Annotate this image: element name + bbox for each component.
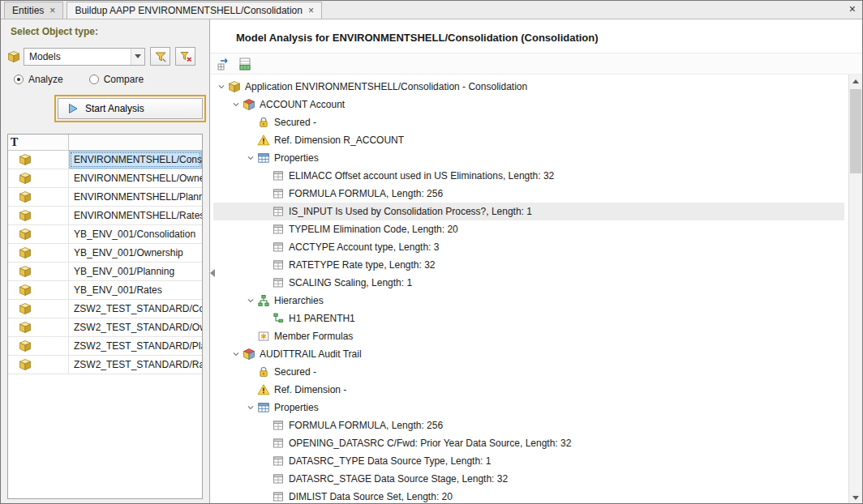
tree-row[interactable]: Ref. Dimension - bbox=[213, 381, 844, 399]
model-list-item[interactable]: ENVIRONMENTSHELL/Consolidation bbox=[8, 151, 202, 169]
analyze-radio[interactable]: Analyze bbox=[14, 74, 63, 85]
export-spreadsheet-button[interactable] bbox=[237, 56, 253, 72]
model-label[interactable]: YB_ENV_001/Consolidation bbox=[69, 225, 202, 243]
scroll-up-button[interactable] bbox=[849, 75, 862, 88]
compare-radio[interactable]: Compare bbox=[89, 74, 144, 85]
tab-entities[interactable]: Entities × bbox=[4, 2, 63, 19]
property-icon bbox=[272, 223, 285, 236]
model-label[interactable]: ZSW2_TEST_STANDARD/Consoli... bbox=[69, 300, 202, 318]
expander-spacer bbox=[259, 241, 272, 254]
model-label[interactable]: ZSW2_TEST_STANDARD/Owners... bbox=[69, 318, 202, 336]
analysis-panel: Model Analysis for ENVIRONMENTSHELL/Cons… bbox=[210, 19, 862, 504]
model-package-icon bbox=[19, 228, 32, 241]
expander-spacer bbox=[244, 116, 257, 129]
clear-filter-button[interactable] bbox=[175, 47, 195, 66]
model-list-item[interactable]: ZSW2_TEST_STANDARD/Consoli... bbox=[8, 300, 202, 318]
tree-row[interactable]: Member Formulas bbox=[213, 327, 844, 345]
tree-row[interactable]: Secured - bbox=[213, 113, 844, 131]
model-list-item[interactable]: ENVIRONMENTSHELL/Ownership bbox=[8, 169, 202, 188]
play-icon bbox=[67, 102, 79, 115]
model-list-item[interactable]: ZSW2_TEST_STANDARD/Rates bbox=[8, 356, 202, 374]
model-list-item[interactable]: ENVIRONMENTSHELL/Rates bbox=[8, 207, 202, 225]
object-type-dropdown[interactable]: Models bbox=[24, 48, 145, 66]
property-icon bbox=[272, 241, 285, 254]
tree-row[interactable]: DIMLIST Data Source Set, Length: 20 bbox=[213, 488, 844, 504]
tabstrip-close-icon[interactable]: × bbox=[849, 3, 856, 15]
tree-row[interactable]: ACCOUNT Account bbox=[213, 96, 844, 113]
property-icon bbox=[272, 169, 285, 182]
expander-chevron-down-icon[interactable] bbox=[244, 152, 257, 164]
model-label[interactable]: YB_ENV_001/Rates bbox=[69, 281, 202, 299]
radio-icon bbox=[89, 75, 99, 84]
model-label[interactable]: ZSW2_TEST_STANDARD/Planning bbox=[69, 337, 202, 355]
model-list-item[interactable]: YB_ENV_001/Consolidation bbox=[8, 225, 202, 244]
model-label[interactable]: YB_ENV_001/Planning bbox=[69, 263, 202, 280]
tree-row[interactable]: ACCTYPE Account type, Length: 3 bbox=[213, 238, 844, 256]
tree-row[interactable]: Properties bbox=[213, 149, 844, 167]
model-package-icon bbox=[19, 209, 32, 222]
transfer-results-button[interactable] bbox=[216, 56, 232, 72]
expander-spacer bbox=[244, 134, 257, 147]
tab-close-icon[interactable]: × bbox=[308, 6, 314, 15]
collapse-arrow-icon bbox=[210, 269, 215, 277]
tree-row[interactable]: OPENING_DATASRC C/Fwd: Prior Year Data S… bbox=[213, 434, 844, 452]
model-label[interactable]: ENVIRONMENTSHELL/Consolidation bbox=[69, 151, 202, 169]
model-package-icon bbox=[19, 172, 32, 185]
text-filter-header[interactable]: T bbox=[8, 135, 69, 150]
model-label[interactable]: ENVIRONMENTSHELL/Rates bbox=[69, 207, 202, 224]
tab-close-icon[interactable]: × bbox=[49, 6, 55, 15]
model-icon-cell bbox=[8, 207, 69, 224]
model-icon-cell bbox=[8, 169, 69, 187]
tree-row[interactable]: FORMULA FORMULA, Length: 256 bbox=[213, 185, 844, 203]
tree-row[interactable]: IS_INPUT Is Used by Consolidation Proces… bbox=[213, 203, 844, 220]
model-label[interactable]: ENVIRONMENTSHELL/Ownership bbox=[69, 169, 202, 187]
tab-buildup-analysis[interactable]: Buildup AAPP ENVIRONMENTSHELL/Consolidat… bbox=[67, 2, 322, 19]
tree-row[interactable]: Secured - bbox=[213, 363, 844, 381]
object-type-row: Models bbox=[7, 47, 203, 66]
scrollbar-thumb[interactable] bbox=[850, 89, 861, 173]
tree-row[interactable]: DATASRC_STAGE Data Source Stage, Length:… bbox=[213, 470, 844, 488]
model-label[interactable]: ENVIRONMENTSHELL/Planning bbox=[69, 188, 202, 206]
expander-chevron-down-icon[interactable] bbox=[244, 294, 257, 307]
tree-row[interactable]: RATETYPE Rate type, Length: 32 bbox=[213, 256, 844, 274]
tree-row[interactable]: TYPELIM Elimination Code, Length: 20 bbox=[213, 220, 844, 238]
tree-row[interactable]: Properties bbox=[213, 399, 844, 416]
model-icon-cell bbox=[8, 225, 69, 243]
model-list-item[interactable]: ZSW2_TEST_STANDARD/Owners... bbox=[8, 318, 202, 337]
expander-chevron-down-icon[interactable] bbox=[244, 401, 257, 414]
tree-row-label: ACCOUNT Account bbox=[260, 99, 345, 110]
filter-button[interactable] bbox=[150, 47, 170, 66]
tree-row[interactable]: Hierarchies bbox=[213, 292, 844, 310]
tree-row[interactable]: AUDITTRAIL Audit Trail bbox=[213, 345, 844, 363]
tree-row[interactable]: Application ENVIRONMENTSHELL/Consolidati… bbox=[213, 78, 844, 96]
model-label[interactable]: ZSW2_TEST_STANDARD/Rates bbox=[69, 356, 202, 374]
export-spreadsheet-icon bbox=[238, 57, 252, 71]
model-package-icon bbox=[228, 80, 241, 93]
tree-row[interactable]: H1 PARENTH1 bbox=[213, 310, 844, 327]
model-list-body: ENVIRONMENTSHELL/ConsolidationENVIRONMEN… bbox=[8, 151, 202, 374]
panel-collapse-handle[interactable] bbox=[209, 259, 215, 287]
scroll-down-button[interactable] bbox=[849, 491, 862, 504]
model-list-item[interactable]: ZSW2_TEST_STANDARD/Planning bbox=[8, 337, 202, 356]
filter-icon bbox=[154, 50, 167, 63]
chevron-down-icon[interactable] bbox=[131, 49, 144, 65]
tree-row[interactable]: ELIMACC Offset account used in US Elimin… bbox=[213, 167, 844, 185]
model-list-item[interactable]: ENVIRONMENTSHELL/Planning bbox=[8, 188, 202, 207]
expander-chevron-down-icon[interactable] bbox=[215, 80, 228, 93]
expander-spacer bbox=[244, 365, 257, 378]
tree-row[interactable]: SCALING Scaling, Length: 1 bbox=[213, 274, 844, 292]
tree-row[interactable]: DATASRC_TYPE Data Source Type, Length: 1 bbox=[213, 452, 844, 470]
expander-chevron-down-icon[interactable] bbox=[230, 98, 243, 111]
tree-row-label: Ref. Dimension - bbox=[274, 384, 346, 395]
model-list-item[interactable]: YB_ENV_001/Rates bbox=[8, 281, 202, 300]
expander-chevron-down-icon[interactable] bbox=[230, 348, 243, 361]
model-label[interactable]: YB_ENV_001/Ownership bbox=[69, 244, 202, 262]
vertical-scrollbar[interactable] bbox=[848, 75, 862, 504]
model-package-icon bbox=[19, 153, 32, 166]
start-analysis-button[interactable]: Start Analysis bbox=[58, 98, 203, 119]
tree-row[interactable]: Ref. Dimension R_ACCOUNT bbox=[213, 131, 844, 149]
model-list-item[interactable]: YB_ENV_001/Planning bbox=[8, 263, 202, 281]
model-list-item[interactable]: YB_ENV_001/Ownership bbox=[8, 244, 202, 263]
tree-area: Application ENVIRONMENTSHELL/Consolidati… bbox=[210, 75, 862, 504]
tree-row[interactable]: FORMULA FORMULA, Length: 256 bbox=[213, 416, 844, 434]
